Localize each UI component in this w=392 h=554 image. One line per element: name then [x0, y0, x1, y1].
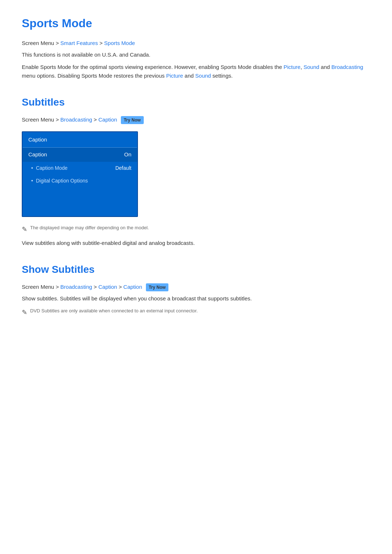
sports-body-text2: ,: [301, 64, 303, 70]
breadcrumb-sep2: >: [99, 40, 104, 46]
breadcrumb-sep1: >: [56, 40, 60, 46]
try-now-badge-subtitles[interactable]: Try Now: [121, 116, 144, 124]
caption-row-label: Caption: [28, 151, 47, 159]
sub-breadcrumb-caption[interactable]: Caption: [98, 116, 117, 123]
sub-breadcrumb-sep2: >: [94, 116, 98, 123]
show-sub-bc-sep1: >: [56, 284, 60, 290]
show-subtitles-title: Show Subtitles: [22, 262, 370, 277]
caption-menu-box: Caption Caption On Caption Mode Default …: [22, 131, 138, 217]
show-subtitles-breadcrumb: Screen Menu > Broadcasting > Caption > C…: [22, 283, 370, 291]
breadcrumb-part1: Screen Menu: [22, 40, 54, 46]
sports-mode-breadcrumb: Screen Menu > Smart Features > Sports Mo…: [22, 39, 370, 48]
digital-caption-label: Digital Caption Options: [36, 177, 88, 185]
sports-mode-section: Sports Mode Screen Menu > Smart Features…: [22, 15, 370, 80]
caption-mode-value: Default: [115, 164, 131, 172]
sports-mode-note1: This functions is not available on U.S.A…: [22, 50, 370, 59]
subtitles-breadcrumb: Screen Menu > Broadcasting > Caption Try…: [22, 116, 370, 124]
breadcrumb-smart-features[interactable]: Smart Features: [60, 40, 98, 46]
sports-link-broadcasting[interactable]: Broadcasting: [331, 64, 363, 70]
sports-body-text6: settings.: [211, 73, 233, 79]
subtitles-body: View subtitles along with subtitle-enabl…: [22, 239, 370, 247]
sports-body-text1: Enable Sports Mode for the optimal sport…: [22, 64, 283, 70]
sports-link-sound2[interactable]: Sound: [195, 73, 211, 79]
sports-link-sound[interactable]: Sound: [303, 64, 319, 70]
sports-body-text3: and: [319, 64, 331, 70]
sub-breadcrumb-sep1: >: [56, 116, 60, 123]
caption-menu-header: Caption: [23, 132, 137, 148]
caption-menu-caption-row[interactable]: Caption On: [23, 148, 137, 162]
sports-mode-title: Sports Mode: [22, 15, 370, 32]
show-sub-bc-part1: Screen Menu: [22, 284, 54, 290]
subtitles-title: Subtitles: [22, 95, 370, 110]
try-now-badge-show-subtitles[interactable]: Try Now: [146, 283, 169, 291]
show-subtitles-note-text: DVD Subtitles are only available when co…: [30, 307, 198, 315]
subtitles-note-row: ✎ The displayed image may differ dependi…: [22, 224, 370, 234]
sports-link-picture2[interactable]: Picture: [166, 73, 183, 79]
caption-row-value: On: [124, 151, 131, 159]
sports-link-picture[interactable]: Picture: [283, 64, 301, 70]
show-sub-bc-caption2[interactable]: Caption: [123, 284, 142, 290]
show-sub-bc-broadcasting[interactable]: Broadcasting: [60, 284, 92, 290]
sports-body-text5: and: [183, 73, 195, 79]
show-subtitles-note-row: ✎ DVD Subtitles are only available when …: [22, 307, 370, 317]
subtitles-note-text: The displayed image may differ depending…: [30, 224, 149, 231]
sub-breadcrumb-broadcasting[interactable]: Broadcasting: [60, 116, 92, 123]
caption-mode-label: Caption Mode: [36, 164, 68, 172]
sports-mode-body: Enable Sports Mode for the optimal sport…: [22, 63, 370, 80]
show-subtitles-body: Show subtitles. Subtitles will be displa…: [22, 294, 370, 303]
sports-body-text4: menu options. Disabling Sports Mode rest…: [22, 73, 166, 79]
note-icon-show-subtitles: ✎: [22, 308, 27, 317]
breadcrumb-sports-mode[interactable]: Sports Mode: [104, 40, 135, 46]
caption-menu-digital-row[interactable]: Digital Caption Options: [23, 175, 137, 187]
subtitles-section: Subtitles Screen Menu > Broadcasting > C…: [22, 95, 370, 247]
show-subtitles-section: Show Subtitles Screen Menu > Broadcastin…: [22, 262, 370, 317]
show-sub-bc-sep2: >: [94, 284, 98, 290]
show-sub-bc-sep3: >: [119, 284, 123, 290]
sub-breadcrumb-part1: Screen Menu: [22, 116, 54, 123]
caption-menu-spacer: [23, 187, 137, 216]
caption-menu-mode-row[interactable]: Caption Mode Default: [23, 162, 137, 175]
note-icon-subtitles: ✎: [22, 225, 27, 234]
show-sub-bc-caption1[interactable]: Caption: [98, 284, 117, 290]
